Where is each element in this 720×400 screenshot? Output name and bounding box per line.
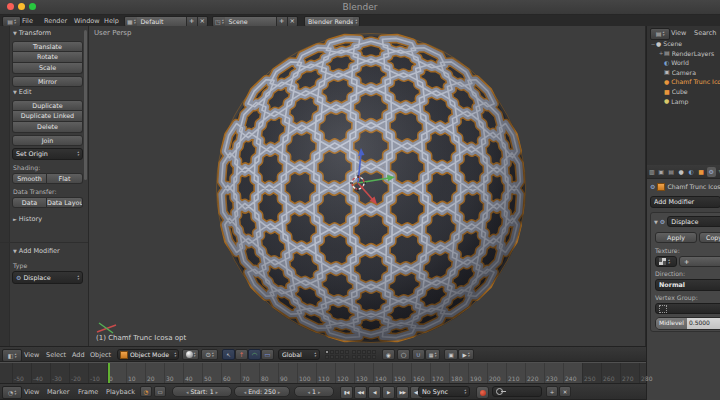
data-layout-button[interactable]: Data Layout [47, 197, 83, 208]
orientation-dropdown[interactable]: Global ▴▾ [278, 349, 320, 360]
layer-cell[interactable] [335, 350, 339, 354]
properties-tab-object[interactable]: ■ [697, 167, 706, 177]
snap-toggle-button[interactable]: ∪ [412, 349, 425, 360]
delete-layout-button[interactable]: × [197, 17, 207, 26]
outliner-item-camera[interactable]: ▣Camera│ ▣ [647, 68, 720, 77]
tool-shelf-tabs[interactable] [0, 26, 10, 346]
tool-shelf-scrollbar[interactable] [84, 30, 87, 180]
layer-grid-1[interactable] [325, 350, 349, 359]
outliner-menu-view[interactable]: View [671, 27, 686, 39]
add-layout-button[interactable]: + [186, 17, 196, 26]
panel-header-transform[interactable]: ▼Transform [13, 29, 51, 37]
timeline-menu-marker[interactable]: Marker [47, 386, 69, 398]
layer-cell[interactable] [325, 355, 329, 359]
menu-add[interactable]: Add [72, 349, 85, 361]
render-engine-value[interactable]: Blender Render [305, 17, 353, 26]
prev-keyframe-button[interactable]: ◀◀ [354, 386, 367, 399]
mode-dropdown[interactable]: Object Mode ▴▾ [117, 349, 179, 360]
increment-icon[interactable]: ▸ [216, 389, 219, 395]
new-texture-button[interactable]: + [679, 256, 720, 267]
apply-modifier-button[interactable]: Apply [655, 232, 697, 243]
properties-tab-scene[interactable]: ● [677, 167, 686, 177]
vertex-group-field[interactable] [655, 303, 720, 314]
render-opengl-button[interactable]: ▣ [444, 349, 458, 360]
layer-cell[interactable] [367, 350, 371, 354]
duplicate-linked-button[interactable]: Duplicate Linked [12, 111, 83, 122]
layer-cell[interactable] [372, 350, 376, 354]
translate-manipulator-button[interactable]: ↑ [235, 349, 248, 360]
outliner-item-world[interactable]: ◐World [647, 58, 720, 67]
increment-icon[interactable]: ▸ [318, 389, 321, 395]
layer-grid-2[interactable] [352, 350, 376, 359]
flat-button[interactable]: Flat [47, 173, 83, 184]
set-origin-dropdown[interactable]: Set Origin ▴▾ [12, 148, 83, 160]
add-scene-button[interactable]: + [276, 17, 286, 26]
outliner-item-renderlayers[interactable]: +▤RenderLayers│ · [647, 49, 720, 58]
midlevel-value[interactable]: 0.5000 [687, 318, 720, 329]
screen-layout-value[interactable]: Default [137, 17, 186, 26]
panel-header-history[interactable]: ►History [13, 215, 42, 223]
viewport-shading-dropdown[interactable]: ▴▾ [182, 349, 199, 360]
texture-selector[interactable]: ▴▾ [655, 256, 677, 267]
increment-icon[interactable]: ▸ [278, 389, 281, 395]
proportional-edit-button[interactable]: ○ [397, 349, 410, 360]
modifier-name-field[interactable]: Displace [667, 216, 720, 227]
menu-object[interactable]: Object [90, 349, 111, 361]
decrement-icon[interactable]: ◂ [186, 389, 189, 395]
panel-header-add-modifier[interactable]: ▼Add Modifier [13, 247, 60, 255]
current-frame-marker[interactable] [108, 363, 110, 384]
scene-value[interactable]: Scene [225, 17, 276, 26]
data-button[interactable]: Data [12, 197, 47, 208]
scale-manipulator-button[interactable]: ▭ [261, 349, 274, 360]
smooth-button[interactable]: Smooth [12, 173, 47, 184]
layer-cell[interactable] [367, 355, 371, 359]
layer-cell[interactable] [325, 350, 329, 354]
layer-cell[interactable] [352, 355, 356, 359]
copy-modifier-button[interactable]: Copy [699, 232, 720, 243]
frame-end-field[interactable]: ◂ End: 250 ▸ [234, 386, 290, 397]
next-keyframe-button[interactable]: ▶▶ [396, 386, 409, 399]
layer-cell[interactable] [362, 355, 366, 359]
keying-set-field[interactable] [492, 386, 542, 397]
layer-cell[interactable] [345, 350, 349, 354]
mirror-button[interactable]: Mirror [12, 76, 83, 87]
decrement-icon[interactable]: ◂ [308, 389, 311, 395]
layer-cell[interactable] [345, 355, 349, 359]
layer-cell[interactable] [335, 355, 339, 359]
pivot-point-dropdown[interactable]: ⊙ ▴▾ [201, 349, 218, 360]
rotate-manipulator-button[interactable]: ◠ [248, 349, 261, 360]
properties-tab-modifiers[interactable]: ⚙ [707, 167, 716, 177]
layer-cell[interactable] [340, 355, 344, 359]
render-opengl-anim-button[interactable]: ▶ ▴▾ [458, 349, 474, 360]
duplicate-button[interactable]: Duplicate [12, 100, 83, 111]
editor-type-selector[interactable]: ◔ ▴▾ [2, 386, 22, 399]
timeline-menu-playback[interactable]: Playback [106, 386, 135, 398]
modifier-type-dropdown[interactable]: ⚙ Displace ▴▾ [12, 271, 83, 284]
lock-time-cursor-button[interactable]: ▭ [154, 386, 166, 397]
layer-cell[interactable] [372, 355, 376, 359]
outliner-menu-search[interactable]: Search [694, 27, 716, 39]
current-frame-field[interactable]: ◂ 1 ▸ [294, 386, 334, 397]
properties-tab-world[interactable]: ◐ [687, 167, 696, 177]
layer-cell[interactable] [330, 350, 334, 354]
layer-cell[interactable] [362, 350, 366, 354]
timeline-menu-view[interactable]: View [24, 386, 39, 398]
outliner-item-scene[interactable]: −●Scene [647, 39, 720, 48]
menu-view[interactable]: View [24, 349, 39, 361]
properties-tab-render-layers[interactable]: ▤ [667, 167, 676, 177]
direction-dropdown[interactable]: Normal [655, 279, 720, 291]
layer-buttons[interactable] [325, 349, 376, 360]
layer-cell[interactable] [352, 350, 356, 354]
decrement-icon[interactable]: ◂ [244, 389, 247, 395]
manipulator-toggle-button[interactable]: ↖ [222, 349, 235, 360]
auto-keyframe-button[interactable] [476, 386, 489, 399]
viewport-canvas[interactable] [89, 26, 645, 346]
snap-element-dropdown[interactable]: ▦ ▴▾ [425, 349, 440, 360]
insert-keyframe-button[interactable]: + [546, 386, 558, 397]
lock-to-scene-button[interactable]: ◉ [382, 349, 395, 360]
outliner-item-chamf-trunc-icosa-opt[interactable]: ●Chamf Trunc Icosa opt [647, 77, 720, 86]
layer-cell[interactable] [357, 355, 361, 359]
timeline-menu-frame[interactable]: Frame [78, 386, 98, 398]
outliner-item-lamp[interactable]: ●Lamp│ ☀ [647, 97, 720, 106]
menu-select[interactable]: Select [46, 349, 66, 361]
